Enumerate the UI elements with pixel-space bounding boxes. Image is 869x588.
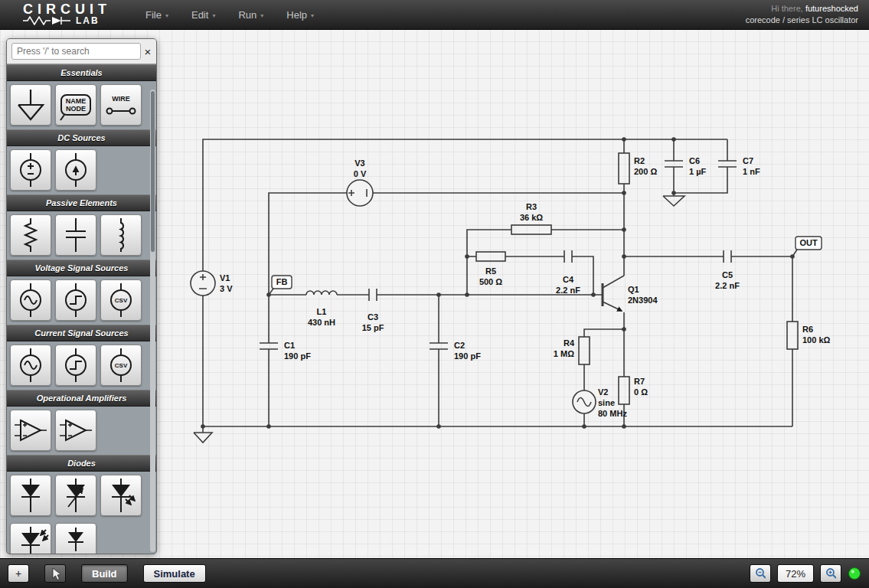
tile-row: NAME NODE WIRE — [7, 81, 156, 129]
opamp-advanced-tile[interactable] — [55, 410, 96, 451]
chevron-down-icon: ▾ — [311, 11, 314, 19]
chevron-down-icon: ▾ — [212, 11, 215, 19]
diode-tile[interactable] — [10, 475, 51, 516]
scrollbar-thumb[interactable] — [151, 91, 155, 252]
tile-row: IDEAL — [7, 520, 156, 554]
current-source-icon — [56, 150, 96, 190]
svg-text:CSV: CSV — [115, 297, 128, 304]
photodiode-icon — [11, 524, 51, 554]
diode-arrow-icon — [56, 475, 96, 515]
csv-source-icon: CSV — [101, 280, 141, 320]
capacitor-tile[interactable] — [55, 214, 96, 256]
diode-icon — [11, 475, 51, 515]
component-palette: × Essentials NAME NODE WIRE — [6, 38, 157, 554]
circuitlab-logo[interactable]: CIRCUIT LAB — [23, 4, 132, 26]
zoom-in-button[interactable] — [820, 564, 841, 583]
magnifier-minus-icon — [755, 567, 766, 580]
sine-source-icon — [11, 345, 51, 385]
tile-row — [7, 407, 156, 455]
greeting-prefix: Hi there, — [771, 4, 803, 13]
svg-text:CSV: CSV — [115, 362, 128, 369]
magnifier-plus-icon — [825, 567, 836, 580]
voltage-step-source-tile[interactable] — [55, 279, 96, 321]
section-essentials: Essentials — [7, 64, 156, 81]
menu-label: Run — [238, 9, 256, 21]
menu-label: Edit — [191, 9, 208, 21]
led-tile[interactable] — [100, 475, 142, 516]
chevron-down-icon: ▾ — [260, 11, 263, 19]
logo-text-lab: LAB — [76, 15, 100, 26]
user-area: Hi there, futureshocked corecode / serie… — [746, 3, 858, 26]
simulate-button[interactable]: Simulate — [143, 564, 206, 583]
ground-icon — [11, 85, 51, 125]
wire-tile[interactable]: WIRE — [100, 84, 142, 126]
section-operational-amplifiers: Operational Amplifiers — [7, 390, 156, 407]
zoom-level[interactable]: 72% — [777, 564, 814, 583]
ideal-diode-icon: IDEAL — [56, 524, 96, 554]
svg-text:NODE: NODE — [66, 105, 86, 113]
breadcrumb[interactable]: corecode / series LC oscillator — [746, 15, 858, 26]
current-sine-source-tile[interactable] — [10, 345, 51, 386]
palette-scroll-area: Essentials NAME NODE WIRE — [7, 64, 156, 554]
dc-current-source-tile[interactable] — [55, 149, 96, 191]
chevron-down-icon: ▾ — [165, 11, 168, 19]
tile-row — [7, 146, 156, 194]
dc-voltage-source-tile[interactable] — [10, 149, 51, 191]
current-step-source-tile[interactable] — [55, 345, 96, 386]
led-icon — [101, 475, 141, 515]
menu-help[interactable]: Help ▾ — [286, 9, 314, 21]
section-current-signal-sources: Current Signal Sources — [7, 325, 156, 341]
logo-text-circuit: CIRCUIT — [23, 4, 132, 15]
capacitor-icon — [56, 215, 96, 255]
menu-label: Help — [286, 9, 307, 21]
wire-icon: WIRE — [101, 85, 141, 125]
select-tool-button[interactable] — [44, 564, 66, 583]
inductor-icon — [101, 215, 141, 255]
ground-tile[interactable] — [10, 84, 51, 126]
name-node-icon: NAME NODE — [56, 85, 96, 125]
build-button[interactable]: Build — [81, 564, 128, 583]
menu-label: File — [145, 9, 162, 21]
inductor-tile[interactable] — [100, 214, 142, 256]
resistor-tile[interactable] — [10, 214, 51, 256]
svg-text:WIRE: WIRE — [112, 95, 130, 103]
menu-file[interactable]: File ▾ — [145, 9, 168, 21]
opamp-icon — [56, 410, 96, 450]
photodiode-tile[interactable] — [10, 523, 51, 554]
plus-icon: + — [15, 567, 21, 580]
palette-scrollbar[interactable] — [150, 90, 155, 552]
voltage-csv-source-tile[interactable]: CSV — [100, 279, 142, 321]
section-voltage-signal-sources: Voltage Signal Sources — [7, 260, 156, 276]
username-link[interactable]: futureshocked — [805, 4, 858, 13]
step-source-icon — [56, 345, 96, 385]
menu-bar: File ▾ Edit ▾ Run ▾ Help ▾ — [145, 9, 314, 21]
tile-row — [7, 472, 156, 520]
sine-source-icon — [11, 280, 51, 320]
section-diodes: Diodes — [7, 455, 156, 472]
svg-text:NAME: NAME — [66, 97, 87, 105]
tile-row: CSV — [7, 276, 156, 325]
opamp-icon — [11, 410, 51, 450]
greeting: Hi there, futureshocked — [746, 3, 858, 15]
menu-edit[interactable]: Edit ▾ — [191, 9, 215, 21]
current-csv-source-tile[interactable]: CSV — [100, 345, 142, 386]
cursor-icon — [50, 567, 60, 580]
section-dc-sources: DC Sources — [7, 129, 156, 146]
csv-source-icon: CSV — [101, 345, 141, 385]
diode-arrow-tile[interactable] — [55, 475, 96, 516]
zoom-out-button[interactable] — [750, 564, 771, 583]
close-icon[interactable]: × — [144, 46, 152, 57]
name-node-tile[interactable]: NAME NODE — [55, 84, 96, 126]
bottom-toolbar: + Build Simulate 72% — [0, 558, 869, 588]
top-menu-bar: CIRCUIT LAB File ▾ Edit ▾ Run ▾ Help ▾ — [0, 0, 869, 30]
menu-run[interactable]: Run ▾ — [238, 9, 263, 21]
search-input[interactable] — [11, 43, 141, 60]
opamp-tile[interactable] — [10, 410, 51, 451]
ideal-diode-tile[interactable]: IDEAL — [55, 523, 96, 554]
step-source-icon — [56, 280, 96, 320]
status-indicator — [848, 567, 861, 580]
resistor-icon — [11, 215, 51, 255]
tile-row: CSV — [7, 341, 156, 390]
add-component-button[interactable]: + — [8, 564, 29, 583]
voltage-sine-source-tile[interactable] — [10, 279, 51, 321]
